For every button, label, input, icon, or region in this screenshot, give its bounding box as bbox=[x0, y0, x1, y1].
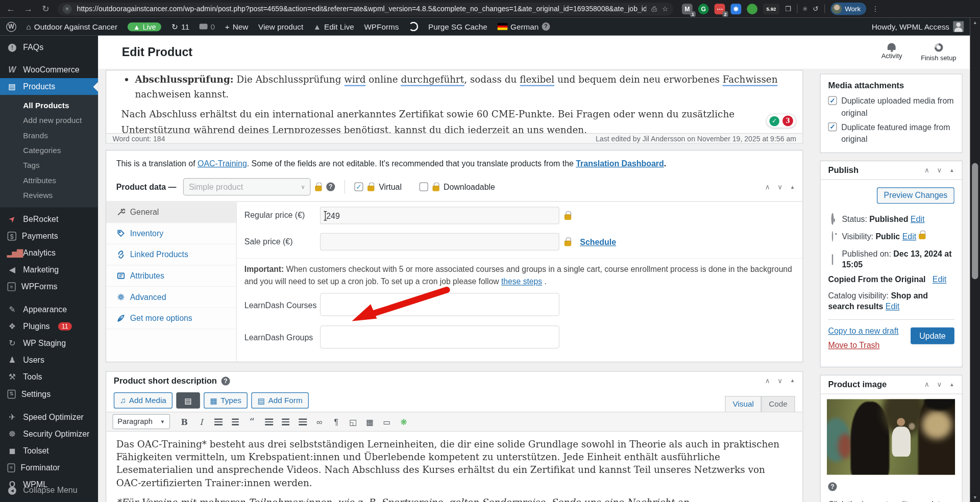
add-form-button[interactable]: ▤Add Form bbox=[252, 392, 309, 409]
translation-dashboard-link[interactable]: Translation Dashboard bbox=[576, 159, 664, 168]
sidebar-item-products[interactable]: ▤Products bbox=[0, 78, 98, 95]
tab-linked-products[interactable]: Linked Products bbox=[106, 244, 236, 266]
admin-bar-updates[interactable]: ↻11 bbox=[172, 22, 189, 31]
sidebar-item-attributes[interactable]: Attributes bbox=[0, 173, 98, 188]
toggle-panel-icon[interactable]: ▲ bbox=[790, 184, 795, 190]
url-text[interactable]: https://outdooragainstcancer.com/wp-admi… bbox=[77, 5, 647, 13]
fullscreen-icon[interactable]: ◱ bbox=[346, 414, 360, 429]
help-icon[interactable]: ? bbox=[326, 183, 335, 191]
duplicate-media-option[interactable]: ✓Duplicate uploaded media from original bbox=[828, 95, 954, 119]
sidebar-item-analytics[interactable]: ▂▅▇Analytics bbox=[0, 244, 98, 261]
short-description-content[interactable]: Das OAC-Training* besteht aus drei selbs… bbox=[106, 432, 802, 502]
sidebar-item-wp-staging[interactable]: ↻WP Staging bbox=[0, 335, 98, 352]
edit-status-link[interactable]: Edit bbox=[911, 214, 924, 223]
publish-header[interactable]: Publish ∧∨▲ bbox=[821, 161, 962, 180]
sidebar-item-appearance[interactable]: ✎Appearance bbox=[0, 301, 98, 318]
m-extension-icon[interactable]: M1 bbox=[682, 4, 693, 14]
finish-setup-button[interactable]: Finish setup bbox=[921, 43, 956, 61]
schedule-link[interactable]: Schedule bbox=[580, 237, 616, 246]
tab-visual[interactable]: Visual bbox=[725, 396, 762, 412]
meter-extension-icon[interactable]: 5.92 bbox=[763, 4, 779, 14]
preview-changes-button[interactable]: Preview Changes bbox=[877, 187, 954, 204]
toolbar-toggle-icon[interactable]: ▦ bbox=[362, 414, 377, 429]
move-down-icon[interactable]: ∨ bbox=[777, 183, 782, 191]
dino-extension-icon[interactable] bbox=[747, 4, 757, 14]
admin-bar-view-product[interactable]: View product bbox=[258, 22, 303, 31]
red-extension-icon[interactable]: ⋯2 bbox=[715, 4, 725, 14]
gear-extension-icon[interactable]: ✱ bbox=[730, 4, 741, 14]
tab-get-more-options[interactable]: Get more options bbox=[106, 308, 236, 330]
toggle-panel-icon[interactable]: ▲ bbox=[790, 378, 795, 384]
sidebar-item-add-new-product[interactable]: Add new product bbox=[0, 113, 98, 128]
sidebar-item-all-products[interactable]: All Products bbox=[0, 98, 98, 113]
sidebar-item-tools[interactable]: ⚒Tools bbox=[0, 368, 98, 385]
sidebar-item-forminator[interactable]: ≡Forminator bbox=[0, 459, 98, 476]
description-editor-content[interactable]: Abschlussprüfung: Die Abschlussprüfung w… bbox=[106, 70, 802, 133]
sidebar-item-plugins[interactable]: ❖Plugins11 bbox=[0, 318, 98, 335]
address-bar[interactable]: ≡ https://outdooragainstcancer.com/wp-ad… bbox=[58, 2, 673, 15]
green-plugin-icon[interactable]: ❋ bbox=[396, 414, 411, 429]
link-icon[interactable]: ∞ bbox=[312, 414, 327, 429]
sidebar-item-settings[interactable]: ⇅Settings bbox=[0, 386, 98, 403]
browser-menu-icon[interactable]: ⋮ bbox=[872, 5, 878, 13]
regular-price-input[interactable]: 249 bbox=[320, 207, 559, 224]
sidebar-item-speed-optimizer[interactable]: ✈Speed Optimizer bbox=[0, 409, 98, 425]
grammarly-icon[interactable]: G bbox=[698, 4, 709, 14]
duplicate-media-checkbox[interactable]: ✓ bbox=[828, 96, 837, 105]
back-icon[interactable]: ← bbox=[5, 4, 16, 14]
blockquote-icon[interactable]: “ bbox=[244, 414, 259, 429]
admin-bar-site-name[interactable]: ⌂Outdoor Against Cancer bbox=[26, 22, 117, 31]
product-image-thumbnail[interactable] bbox=[827, 399, 955, 474]
short-description-header[interactable]: Product short description ? ∧∨▲ bbox=[106, 372, 802, 390]
bulleted-list-icon[interactable] bbox=[211, 414, 226, 429]
suggestion-lightbulb-icon[interactable]: ✓ bbox=[769, 116, 779, 126]
puzzle-extensions-icon[interactable]: ❒ bbox=[785, 5, 791, 13]
sidebar-item-payments[interactable]: $Payments bbox=[0, 228, 98, 244]
site-info-icon[interactable]: ≡ bbox=[62, 4, 71, 13]
tab-attributes[interactable]: Attributes bbox=[106, 265, 236, 287]
original-product-link[interactable]: OAC-Training bbox=[198, 159, 247, 168]
update-button[interactable]: Update bbox=[911, 328, 954, 344]
tab-general[interactable]: General bbox=[106, 202, 236, 223]
move-down-icon[interactable]: ∨ bbox=[937, 166, 942, 174]
add-media-button[interactable]: ♫Add Media bbox=[114, 392, 173, 409]
bookmarks-list-icon[interactable]: ⍟ bbox=[803, 5, 807, 13]
learndash-groups-input[interactable] bbox=[320, 325, 559, 348]
product-type-select[interactable]: Simple product∨ bbox=[183, 178, 311, 195]
sidebar-item-woocommerce[interactable]: WWooCommerce bbox=[0, 61, 98, 78]
copy-draft-link[interactable]: Copy to a new draft bbox=[828, 326, 898, 335]
tab-advanced[interactable]: Advanced bbox=[106, 287, 236, 308]
sidebar-item-faqs[interactable]: !FAQs bbox=[0, 38, 98, 56]
paragraph-format-select[interactable]: Paragraph▼ bbox=[112, 414, 170, 429]
types-button[interactable]: ▦Types bbox=[204, 392, 248, 409]
product-image-header[interactable]: Product image ∧∨▲ bbox=[821, 375, 962, 394]
history-icon[interactable]: ↺ bbox=[813, 5, 818, 13]
grammarly-widget[interactable]: ✓ 3 bbox=[766, 114, 796, 128]
sidebar-item-berocket[interactable]: ➤BeRocket bbox=[0, 211, 98, 228]
sidebar-item-tags[interactable]: Tags bbox=[0, 158, 98, 173]
monitor-icon[interactable]: ▭ bbox=[379, 414, 394, 429]
admin-bar-language[interactable]: German? bbox=[497, 22, 550, 31]
move-down-icon[interactable]: ∨ bbox=[937, 381, 942, 389]
learndash-courses-input[interactable] bbox=[320, 293, 559, 316]
scroll-down-icon[interactable]: ▼ bbox=[970, 495, 980, 500]
align-left-icon[interactable] bbox=[261, 414, 276, 429]
sidebar-item-categories[interactable]: Categories bbox=[0, 143, 98, 158]
clipboard-icon[interactable]: ⎙ bbox=[651, 5, 657, 13]
sidebar-item-users[interactable]: ♟Users bbox=[0, 352, 98, 368]
numbered-list-icon[interactable] bbox=[228, 414, 242, 429]
activity-button[interactable]: Activity bbox=[881, 43, 902, 61]
edit-copied-link[interactable]: Edit bbox=[933, 275, 946, 284]
bold-icon[interactable]: B bbox=[177, 414, 192, 429]
italic-icon[interactable]: I bbox=[194, 414, 209, 429]
align-center-icon[interactable] bbox=[278, 414, 293, 429]
sidebar-item-brands[interactable]: Brands bbox=[0, 128, 98, 143]
admin-bar-wpforms[interactable]: WPForms bbox=[364, 22, 399, 31]
duplicate-featured-option[interactable]: ✓Duplicate featured image from original bbox=[828, 121, 954, 145]
tab-code[interactable]: Code bbox=[762, 396, 795, 412]
these-steps-link[interactable]: these steps bbox=[501, 277, 542, 286]
admin-bar-new[interactable]: +New bbox=[225, 22, 249, 31]
align-right-icon[interactable] bbox=[295, 414, 310, 429]
help-icon[interactable]: ? bbox=[828, 482, 837, 491]
live-badge[interactable]: ▲Live bbox=[128, 22, 162, 31]
